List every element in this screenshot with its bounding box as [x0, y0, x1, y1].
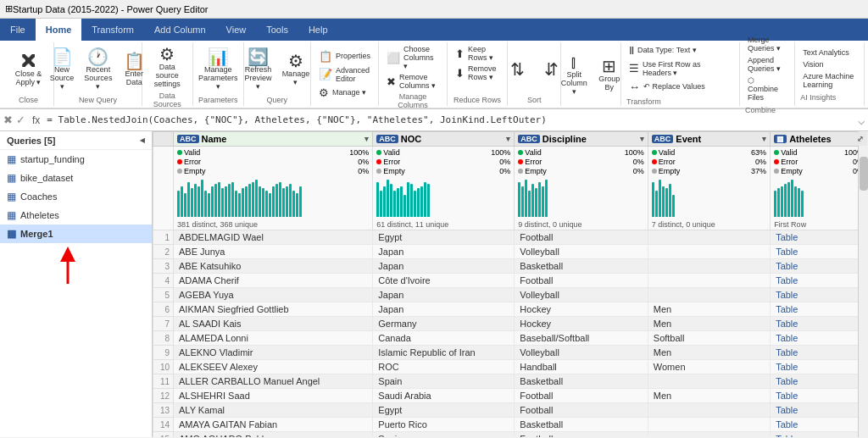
sort-asc-icon: ⇅	[510, 61, 525, 78]
cell-event: Softball	[648, 331, 770, 346]
table-row[interactable]: 4 ADAMA Cherif Côte d'Ivoire Football Ta…	[153, 274, 868, 288]
row-number: 6	[153, 302, 174, 317]
col-header-rownum	[153, 132, 174, 147]
cell-name: AGEBA Yuya	[174, 288, 373, 302]
col-header-event[interactable]: ABC Event ▾	[648, 132, 770, 147]
recent-sources-button[interactable]: 🕐 RecentSources ▾	[81, 47, 116, 92]
table-row[interactable]: 6 AIKMAN Siegfried Gottlieb Japan Hockey…	[153, 302, 868, 317]
tab-transform[interactable]: Transform	[81, 19, 144, 41]
title-bar-text: Startup Data (2015-2022) - Power Query E…	[13, 4, 209, 14]
remove-columns-button[interactable]: ✖ Remove Columns ▾	[384, 72, 442, 91]
combine-files-button[interactable]: ⬡ Combine Files	[745, 75, 789, 103]
cell-atheletes[interactable]: Table	[771, 331, 868, 346]
scrollbar-thumb[interactable]	[860, 157, 868, 191]
col-header-atheletes[interactable]: ▦ Atheletes ⤢	[771, 132, 868, 147]
cell-atheletes[interactable]: Table	[771, 389, 868, 403]
name-filter-button[interactable]: ▾	[364, 135, 369, 143]
sidebar-collapse-button[interactable]: ◂	[140, 135, 145, 146]
stats-discipline: Valid100% Error0% Empty0% 9 distinct, 0 …	[515, 147, 648, 230]
append-queries-button[interactable]: Append Queries ▾	[745, 55, 789, 74]
table-row[interactable]: 5 AGEBA Yuya Japan Volleyball Table	[153, 288, 868, 302]
table-row[interactable]: 10 ALEKSEEV Alexey ROC Handball Women Ta…	[153, 360, 868, 374]
new-source-button[interactable]: 📄 NewSource ▾	[47, 47, 78, 92]
tab-file[interactable]: File	[0, 19, 36, 41]
cell-atheletes[interactable]: Table	[771, 432, 868, 438]
atheletes-expand-button[interactable]: ⤢	[857, 135, 864, 143]
formula-expand-icon[interactable]: ⌵	[858, 114, 865, 127]
cell-atheletes[interactable]: Table	[771, 259, 868, 274]
replace-values-button[interactable]: ↔ ↶ Replace Values	[626, 80, 734, 94]
table-row[interactable]: 3 ABE Katsuhiko Japan Basketball Table	[153, 259, 868, 274]
advanced-editor-button[interactable]: 📝 Advanced Editor	[316, 65, 373, 84]
properties-button[interactable]: 📋 Properties	[316, 49, 373, 64]
confirm-formula-icon[interactable]: ✓	[16, 114, 25, 126]
cell-atheletes[interactable]: Table	[771, 302, 868, 317]
table-row[interactable]: 14 AMAYA GAITAN Fabian Puerto Rico Baske…	[153, 418, 868, 432]
manage-query-button[interactable]: ⚙ Manage ▾	[316, 86, 373, 100]
formula-input[interactable]	[47, 114, 854, 125]
manage-button[interactable]: ⚙ Manage ▾	[279, 51, 313, 88]
cell-atheletes[interactable]: Table	[771, 274, 868, 288]
vertical-scrollbar[interactable]	[858, 131, 868, 437]
cell-atheletes[interactable]: Table	[771, 288, 868, 302]
cell-discipline: Volleyball	[515, 245, 648, 259]
manage-parameters-button[interactable]: 📊 ManageParameters ▾	[195, 47, 242, 92]
table-row[interactable]: 7 AL SAADI Kais Germany Hockey Men Table	[153, 317, 868, 331]
noc-filter-button[interactable]: ▾	[506, 135, 510, 143]
cell-event	[648, 418, 770, 432]
sidebar-item-coaches[interactable]: ▦ Coaches	[0, 187, 152, 206]
refresh-preview-button[interactable]: 🔄 RefreshPreview ▾	[242, 47, 275, 92]
group-by-button[interactable]: ⊞ GroupBy	[594, 56, 625, 93]
data-sources-label: Data Sources	[147, 91, 187, 108]
choose-columns-button[interactable]: ⬜ Choose Columns ▾	[384, 44, 442, 71]
col-header-name[interactable]: ABC Name ▾	[174, 132, 373, 147]
vision-button[interactable]: Vision	[800, 59, 859, 69]
tab-view[interactable]: View	[216, 19, 257, 41]
sidebar-item-bike-dataset[interactable]: ▦ bike_dataset	[0, 169, 152, 187]
tab-help[interactable]: Help	[298, 19, 338, 41]
keep-rows-button[interactable]: ⬆ Keep Rows ▾	[453, 44, 502, 63]
sidebar-item-startup-funding[interactable]: ▦ startup_funding	[0, 150, 152, 169]
cell-atheletes[interactable]: Table	[771, 230, 868, 245]
table-row[interactable]: 9 ALEKNO Vladimir Islamic Republic of Ir…	[153, 346, 868, 360]
col-header-discipline[interactable]: ABC Discipline ▾	[515, 132, 648, 147]
col-header-noc[interactable]: ABC NOC ▾	[373, 132, 515, 147]
sort-ascending-button[interactable]: ⇅	[502, 59, 532, 80]
cell-atheletes[interactable]: Table	[771, 374, 868, 389]
close-apply-button[interactable]: 🗙 Close &Apply ▾	[10, 51, 47, 88]
cell-atheletes[interactable]: Table	[771, 245, 868, 259]
data-source-settings-button[interactable]: ⚙ Data sourcesettings	[147, 44, 187, 90]
cell-atheletes[interactable]: Table	[771, 360, 868, 374]
table-icon-5: ▦	[7, 228, 16, 240]
first-row-header-button[interactable]: ☰ Use First Row as Headers ▾	[626, 59, 734, 78]
table-row[interactable]: 2 ABE Junya Japan Volleyball Table	[153, 245, 868, 259]
table-row[interactable]: 11 ALLER CARBALLO Manuel Angel Spain Bas…	[153, 374, 868, 389]
tab-add-column[interactable]: Add Column	[144, 19, 216, 41]
name-distinct-label: 381 distinct, 368 unique	[177, 220, 369, 229]
cell-atheletes[interactable]: Table	[771, 346, 868, 360]
text-analytics-button[interactable]: Text Analytics	[800, 47, 859, 58]
ribbon-right-combine: Merge Queries ▾ Append Queries ▾ ⬡ Combi…	[740, 42, 795, 106]
tab-tools[interactable]: Tools	[256, 19, 298, 41]
sidebar-item-merge1[interactable]: ▦ Merge1	[0, 225, 152, 243]
cell-name: ALY Kamal	[174, 403, 373, 418]
main-area: Queries [5] ◂ ▦ startup_funding ▦ bike_d…	[0, 131, 868, 437]
table-row[interactable]: 8 ALAMEDA Lonni Canada Baseball/Softball…	[153, 331, 868, 346]
cancel-formula-icon[interactable]: ✖	[3, 114, 13, 126]
sidebar-item-atheletes[interactable]: ▦ Atheletes	[0, 206, 152, 225]
table-row[interactable]: 13 ALY Kamal Egypt Football Table	[153, 403, 868, 418]
table-row[interactable]: 12 ALSHEHRI Saad Saudi Arabia Football M…	[153, 389, 868, 403]
cell-atheletes[interactable]: Table	[771, 418, 868, 432]
event-filter-button[interactable]: ▾	[762, 135, 766, 143]
data-type-button[interactable]: Ⅱ Data Type: Text ▾	[626, 43, 734, 58]
remove-rows-button[interactable]: ⬇ Remove Rows ▾	[453, 64, 502, 82]
azure-ml-button[interactable]: Azure Machine Learning	[800, 71, 859, 90]
cell-atheletes[interactable]: Table	[771, 317, 868, 331]
table-row[interactable]: 1 ABDELMAGID Wael Egypt Football Table	[153, 230, 868, 245]
table-row[interactable]: 15 AMO AGUADO Pablo Spain Football Table	[153, 432, 868, 438]
merge-queries-button[interactable]: Merge Queries ▾	[745, 35, 789, 53]
split-column-button[interactable]: ⫿ SplitColumn ▾	[558, 52, 591, 97]
cell-atheletes[interactable]: Table	[771, 403, 868, 418]
discipline-filter-button[interactable]: ▾	[640, 135, 644, 143]
tab-home[interactable]: Home	[36, 19, 82, 41]
